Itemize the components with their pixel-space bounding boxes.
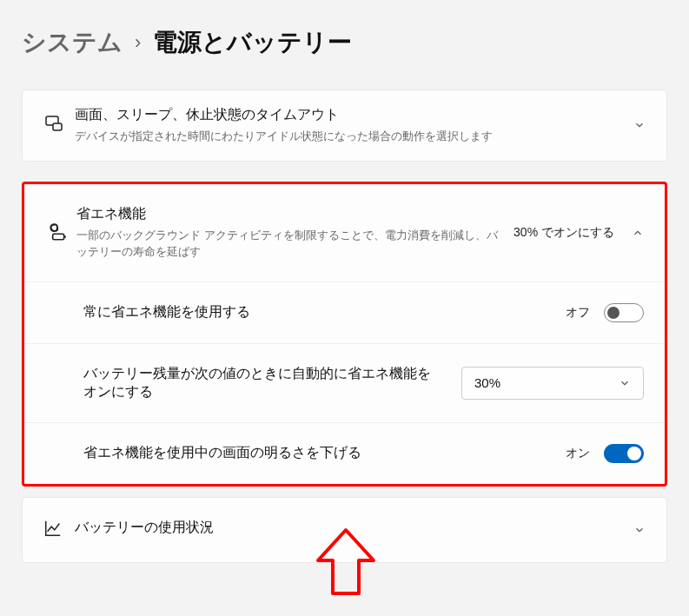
always-use-toggle[interactable] (604, 303, 644, 322)
energy-saver-section: 省エネ機能 一部のバックグラウンド アクティビティを制限することで、電力消費を削… (22, 182, 667, 487)
energy-saver-trailing: 30% でオンにする (513, 225, 614, 241)
leaf-battery-icon (45, 220, 76, 246)
lower-brightness-label: 省エネ機能を使用中の画面の明るさを下げる (83, 444, 566, 462)
auto-on-threshold-row: バッテリー残量が次の値のときに自動的に省エネ機能をオンにする 30% (24, 344, 665, 423)
energy-saver-header-row[interactable]: 省エネ機能 一部のバックグラウンド アクティビティを制限することで、電力消費を削… (24, 184, 665, 282)
threshold-dropdown[interactable]: 30% (461, 367, 644, 400)
arrow-annotation (311, 526, 381, 603)
chevron-right-icon: › (135, 31, 141, 54)
breadcrumb: システム › 電源とバッテリー (22, 26, 667, 59)
energy-saver-desc: 一部のバックグラウンド アクティビティを制限することで、電力消費を削減し、バッテ… (76, 227, 500, 261)
svg-rect-2 (53, 234, 64, 240)
always-use-state: オフ (566, 305, 590, 321)
chart-icon (43, 519, 75, 541)
threshold-value: 30% (474, 375, 500, 390)
chevron-up-icon (632, 227, 644, 239)
breadcrumb-parent[interactable]: システム (22, 26, 123, 59)
lower-brightness-toggle[interactable] (604, 444, 644, 463)
svg-rect-3 (64, 235, 66, 237)
chevron-down-icon (633, 524, 646, 536)
lower-brightness-row: 省エネ機能を使用中の画面の明るさを下げる オン (24, 423, 665, 484)
page-title: 電源とバッテリー (153, 26, 352, 59)
always-use-label: 常に省エネ機能を使用する (83, 303, 566, 321)
screen-icon (43, 113, 75, 137)
chevron-down-icon (619, 377, 631, 389)
screen-timeouts-title: 画面、スリープ、休止状態のタイムアウト (75, 106, 619, 124)
energy-saver-title: 省エネ機能 (76, 205, 500, 223)
always-use-energy-saver-row: 常に省エネ機能を使用する オフ (24, 282, 665, 344)
chevron-down-icon (633, 119, 646, 131)
auto-on-threshold-label: バッテリー残量が次の値のときに自動的に省エネ機能をオンにする (83, 365, 461, 401)
screen-timeouts-desc: デバイスが指定された時間にわたりアイドル状態になった場合の動作を選択します (75, 128, 619, 145)
svg-rect-1 (53, 123, 62, 130)
lower-brightness-state: オン (566, 446, 590, 461)
screen-timeouts-card[interactable]: 画面、スリープ、休止状態のタイムアウト デバイスが指定された時間にわたりアイドル… (22, 89, 667, 162)
